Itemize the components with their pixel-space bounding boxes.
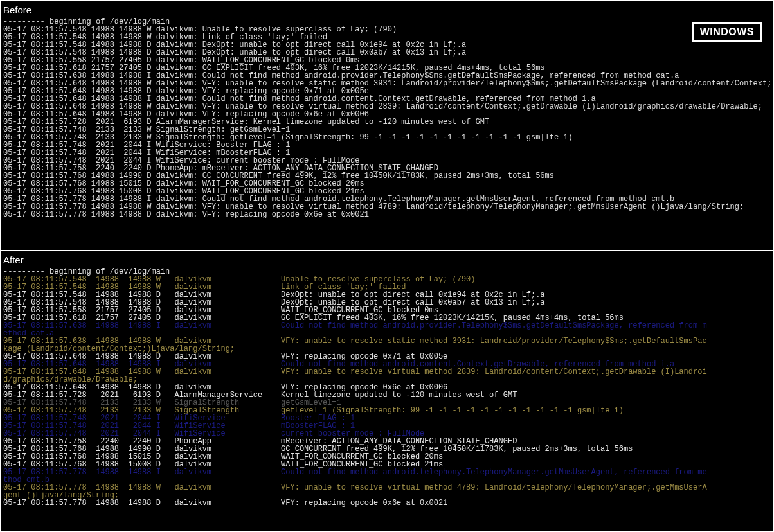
after-label: After bbox=[1, 251, 773, 268]
log-line: 05-17 08:11:57.638 14988 14988 I dalvikv… bbox=[3, 322, 771, 330]
before-panel: Before WINDOWS --------- beginning of /d… bbox=[0, 0, 774, 251]
before-log: --------- beginning of /dev/log/main05-1… bbox=[1, 18, 773, 221]
log-line: 05-17 08:11:57.778 14988 14988 I dalvikv… bbox=[3, 468, 771, 476]
after-log: --------- beginning of /dev/log/main05-1… bbox=[1, 268, 773, 510]
after-panel: After --------- beginning of /dev/log/ma… bbox=[0, 251, 774, 532]
log-line: 05-17 08:11:57.778 14988 14988 D dalvikv… bbox=[3, 211, 771, 218]
windows-badge: WINDOWS bbox=[692, 22, 762, 42]
before-label: Before bbox=[1, 1, 773, 18]
log-line: 05-17 08:11:57.778 14988 14988 D dalvikv… bbox=[3, 499, 771, 507]
